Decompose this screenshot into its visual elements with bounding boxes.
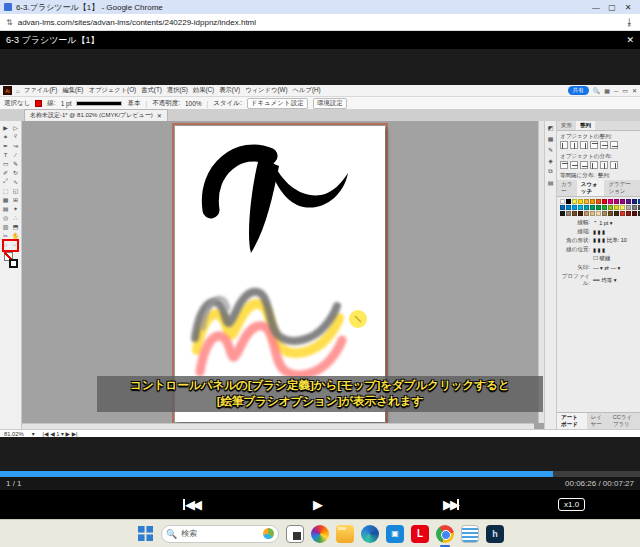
color-swatch[interactable] [572,205,577,210]
color-swatch[interactable] [560,211,565,216]
color-swatch[interactable] [620,205,625,210]
dist-h-center[interactable] [600,161,608,169]
next-button[interactable]: ▶▶ [443,498,459,511]
color-swatch[interactable] [632,199,637,204]
notes-app-icon[interactable] [461,525,479,543]
bottom-panel-tab[interactable]: アートボード [557,413,587,429]
share-button[interactable]: 共有 [568,86,589,95]
previous-button[interactable]: ◀◀ [183,498,199,511]
align-top[interactable] [590,141,598,149]
color-swatch[interactable] [626,205,631,210]
ai-maximize-icon[interactable]: ▭ [622,87,628,94]
color-swatch[interactable] [566,205,571,210]
color-swatch[interactable] [590,205,595,210]
menu-item[interactable]: ウィンドウ(W) [245,86,287,95]
taskbar-search-input[interactable]: 🔍 検索 [161,525,279,543]
home-icon[interactable]: ⌂ [16,88,20,94]
align-panel-tab[interactable]: 整列 [576,121,595,130]
color-swatch[interactable] [614,199,619,204]
bottom-panel-tab[interactable]: レイヤー [587,413,609,429]
document-setup-button[interactable]: ドキュメント設定 [247,98,308,109]
menu-item[interactable]: 表示(V) [219,86,240,95]
symbol-sprayer-tool[interactable]: ∴ [11,213,21,222]
color-swatch[interactable] [608,205,613,210]
menu-item[interactable]: 効果(C) [193,86,214,95]
selection-tool[interactable]: ▶ [1,123,11,132]
dist-right[interactable] [610,161,618,169]
artboard-navigation[interactable]: |◀ ◀ 1 ▾ ▶ ▶| [43,431,78,437]
eyedropper-tool[interactable]: ✦ [11,204,21,213]
lasso-tool[interactable]: ୧ [11,132,21,141]
maximize-button[interactable]: ▢ [604,1,620,13]
color-swatch[interactable] [614,211,619,216]
playback-speed-button[interactable]: x1.0 [558,498,585,511]
swatch-panel-tab[interactable]: グラデーション [604,180,640,196]
play-button[interactable]: ▶ [313,498,323,511]
color-swatch[interactable] [578,205,583,210]
perspective-grid-tool[interactable]: ▦ [1,195,11,204]
zoom-level-value[interactable]: 81.02% [4,431,24,437]
color-swatch[interactable] [602,205,607,210]
minimize-button[interactable]: — [588,1,604,13]
color-swatch[interactable] [584,199,589,204]
weather-icon[interactable] [263,528,274,539]
magic-wand-tool[interactable]: ✶ [1,132,11,141]
photoshop-app-icon[interactable]: h [486,525,504,543]
width-tool[interactable]: ∿ [11,177,21,186]
libraries-panel-icon[interactable]: ▤ [548,179,554,186]
color-swatch[interactable] [590,199,595,204]
swatches-panel-icon[interactable]: ▦ [548,135,554,142]
file-explorer-icon[interactable] [336,525,354,543]
store-icon[interactable]: ▣ [386,525,404,543]
line-app-icon[interactable]: L [411,525,429,543]
align-h-center[interactable] [570,141,578,149]
color-swatch[interactable] [608,199,613,204]
color-swatch[interactable] [602,199,607,204]
rotate-tool[interactable]: ↻ [11,168,21,177]
stroke-color-chip[interactable] [9,259,18,268]
brush-name[interactable]: 基本 [127,99,140,108]
stroke-color-swatch[interactable] [35,100,42,107]
color-panel-icon[interactable]: ◩ [548,124,554,131]
shape-builder-tool[interactable]: ◱ [11,186,21,195]
blend-tool[interactable]: ◎ [1,213,11,222]
task-view-icon[interactable] [286,525,304,543]
preferences-button[interactable]: 環境設定 [313,98,347,109]
color-swatch[interactable] [560,199,565,204]
close-button[interactable]: ✕ [620,1,636,13]
document-tab[interactable]: 名称未設定-1* @ 81.02% (CMYK/プレビュー) ✕ [24,109,168,121]
color-swatch[interactable] [620,211,625,216]
video-frame[interactable]: Ai ⌂ ファイル(F)編集(E)オブジェクト(O)書式(T)選択(S)効果(C… [0,49,640,471]
shaper-tool[interactable]: ✐ [1,168,11,177]
artboard-tool[interactable]: ⬒ [11,222,21,231]
color-swatch[interactable] [584,211,589,216]
symbols-panel-icon[interactable]: ◈ [548,157,553,164]
pen-tool[interactable]: ✒ [1,141,11,150]
dist-top[interactable] [560,161,568,169]
swatch-panel-tab[interactable]: カラー [557,180,577,196]
edge-icon[interactable] [361,525,379,543]
rectangle-tool[interactable]: ▭ [1,159,11,168]
opacity-value[interactable]: 100% [185,100,202,107]
lesson-close-icon[interactable]: ✕ [626,35,634,45]
color-swatch[interactable] [572,199,577,204]
line-tool[interactable]: ∕ [11,150,21,159]
dist-v-center[interactable] [570,161,578,169]
stroke-weight-value[interactable]: 1 pt [61,100,72,107]
color-swatch[interactable] [626,211,631,216]
color-swatch[interactable] [578,199,583,204]
brushes-panel-icon[interactable]: ✎ [548,146,553,153]
align-v-middle[interactable] [600,141,608,149]
url-text[interactable]: advan-lms.com/sites/advan-lms/contents/2… [18,18,625,27]
color-swatch[interactable] [566,199,571,204]
align-right[interactable] [580,141,588,149]
color-swatch[interactable] [620,199,625,204]
align-panel-tab[interactable]: 変形 [557,121,576,130]
color-swatch[interactable] [626,199,631,204]
search-icon[interactable]: 🔍 [593,87,601,94]
text-tool[interactable]: T [1,150,11,159]
curvature-tool[interactable]: ↝ [11,141,21,150]
canvas-hscrollbar[interactable] [22,423,534,429]
color-swatch[interactable] [602,211,607,216]
free-transform-tool[interactable]: ⬚ [1,186,11,195]
